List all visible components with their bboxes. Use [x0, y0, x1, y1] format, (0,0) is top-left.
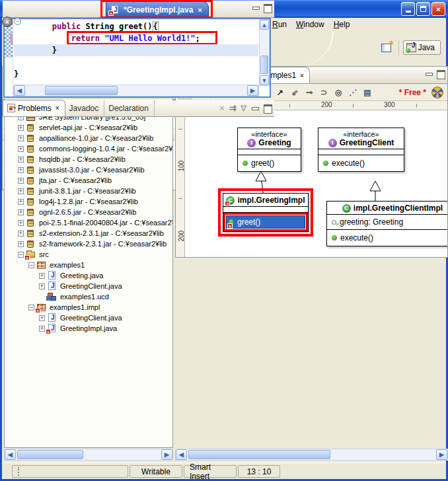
maximize-view-icon[interactable]: [264, 104, 272, 112]
open-perspective-button[interactable]: [379, 40, 394, 56]
scroll-up-icon[interactable]: ▲: [260, 20, 269, 30]
tree-item-greetingimpl-java[interactable]: +×GreetingImpl.java: [5, 323, 172, 334]
scroll-track[interactable]: [187, 449, 436, 460]
problems-hscrollbar[interactable]: ◀ ▶: [175, 449, 448, 461]
scroll-right-icon[interactable]: ▶: [436, 449, 447, 460]
editor-hscrollbar[interactable]: ◀ ▶: [13, 85, 259, 96]
minus-expander-icon[interactable]: −: [18, 252, 24, 258]
scroll-thumb[interactable]: [188, 450, 330, 459]
plus-expander-icon[interactable]: +: [18, 146, 24, 152]
tab-problems[interactable]: Problems ×: [3, 100, 65, 116]
scroll-track[interactable]: [260, 30, 269, 75]
plus-expander-icon[interactable]: +: [39, 283, 45, 289]
tree-item-greeting-java[interactable]: +Greeting.java: [5, 270, 172, 281]
plus-expander-icon[interactable]: +: [18, 157, 24, 163]
close-button[interactable]: ×: [431, 2, 445, 16]
tree-item-commons-logging-1-0-4-jar-c-se[interactable]: +commons-logging-1.0.4.jar - C:¥seasar2¥…: [5, 143, 172, 154]
tree-item-junit-3-8-1-jar-c-seasar2-lib[interactable]: +junit-3.8.1.jar - C:¥seasar2¥lib: [5, 186, 172, 196]
tab-declaration[interactable]: Declaration: [104, 100, 155, 116]
plus-expander-icon[interactable]: +: [39, 315, 45, 321]
scroll-track[interactable]: [25, 85, 247, 96]
scroll-right-icon[interactable]: ▶: [247, 85, 258, 96]
directed-association-tool-icon[interactable]: ↗: [274, 86, 287, 99]
uml-method-row[interactable]: execute(): [330, 232, 447, 244]
uml-class-greetingclient[interactable]: «interface»IGreetingClientexecute(): [318, 128, 404, 172]
tree-item-s2-framework-2-3-1-jar-c-seasa[interactable]: +s2-framework-2.3.1.jar - C:¥seasar2¥lib: [5, 239, 172, 249]
java-perspective-button[interactable]: Java: [403, 40, 441, 55]
tree-item-examples1-ucd[interactable]: +examples1.ucd: [5, 291, 172, 302]
plus-expander-icon[interactable]: +: [18, 178, 24, 184]
view-menu-icon[interactable]: ▽: [241, 104, 246, 112]
scroll-left-icon[interactable]: ◀: [5, 449, 16, 460]
tree-item-greetingclient-java[interactable]: +GreetingClient.java: [5, 313, 172, 323]
plus-expander-icon[interactable]: +: [39, 326, 45, 332]
plus-expander-icon[interactable]: +: [18, 209, 24, 215]
java-editor-body[interactable]: × − public String greet(){ return "UML H…: [3, 18, 271, 98]
menu-help[interactable]: Help: [329, 18, 355, 30]
plus-expander-icon[interactable]: +: [18, 241, 24, 247]
minimize-button[interactable]: [401, 2, 415, 16]
scroll-right-icon[interactable]: ▶: [161, 449, 172, 460]
uml-method-row[interactable]: greet(): [241, 157, 298, 169]
collapse-fold-icon[interactable]: −: [14, 18, 21, 25]
tree-item-src[interactable]: −×src: [5, 249, 172, 260]
assembly-tool-icon[interactable]: ◎: [332, 86, 345, 99]
uml-field-row[interactable]: greeting: Greeting: [330, 216, 447, 228]
plus-expander-icon[interactable]: +: [18, 199, 24, 205]
minimize-view-icon[interactable]: [252, 4, 260, 11]
scroll-down-icon[interactable]: ▼: [260, 75, 269, 85]
uml-canvas[interactable]: «interface»IGreetinggreet()«interface»IG…: [185, 110, 447, 258]
code-line[interactable]: }: [14, 44, 258, 56]
close-icon[interactable]: ×: [56, 104, 59, 112]
minimize-view-icon[interactable]: [425, 70, 433, 77]
plus-expander-icon[interactable]: +: [18, 188, 24, 194]
tree-item-greetingclient-java[interactable]: +GreetingClient.java: [5, 281, 172, 291]
tree-item-ognl-2-6-5-jar-c-seasar2-lib[interactable]: +ognl-2.6.5.jar - C:¥seasar2¥lib: [5, 207, 172, 217]
filter-icon[interactable]: ⇉: [229, 103, 237, 113]
scroll-left-icon[interactable]: ◀: [176, 449, 187, 460]
tree-item-poi-2-5-1-final-20040804-jar-c[interactable]: +poi-2.5.1-final-20040804.jar - C:¥seasa…: [5, 217, 172, 228]
tree-item-javassist-3-0-jar-c-seasar2-li[interactable]: +javassist-3.0.jar - C:¥seasar2¥lib: [5, 165, 172, 175]
tree-item-s2-extension-2-3-1-jar-c-seasa[interactable]: +s2-extension-2.3.1.jar - C:¥seasar2¥lib: [5, 228, 172, 239]
minimize-view-icon[interactable]: [251, 104, 259, 112]
tree-item-aopalliance-1-0-jar-c-seasar2-[interactable]: +aopalliance-1.0.jar - C:¥seasar2¥lib: [5, 133, 172, 143]
code-line[interactable]: return "UML Hello World1!";: [14, 32, 258, 44]
scroll-thumb[interactable]: [260, 56, 268, 74]
scroll-left-icon[interactable]: ◀: [14, 85, 25, 96]
plus-expander-icon[interactable]: +: [39, 273, 45, 279]
code-area[interactable]: public String greet(){ return "UML Hello…: [14, 20, 258, 85]
scroll-thumb[interactable]: [17, 450, 83, 459]
close-icon[interactable]: ×: [300, 72, 304, 79]
maximize-button[interactable]: [416, 2, 430, 16]
menu-window[interactable]: Window: [291, 18, 329, 30]
scroll-thumb[interactable]: [45, 86, 118, 95]
tree-item-examples1-impl[interactable]: −×examples1.impl: [5, 302, 172, 313]
minus-expander-icon[interactable]: −: [28, 305, 34, 311]
uml-class-greeting[interactable]: «interface»IGreetinggreet(): [237, 128, 301, 172]
uml-class-impl-greetingimpl[interactable]: C×impl.GreetingImpl×greet(): [223, 193, 309, 232]
package-explorer-hscrollbar[interactable]: ◀ ▶: [4, 449, 173, 461]
plus-expander-icon[interactable]: +: [18, 167, 24, 173]
dependency-tool-icon[interactable]: ⇙: [288, 86, 301, 99]
code-line[interactable]: }: [14, 68, 258, 80]
close-icon[interactable]: ×: [198, 6, 202, 14]
tree-item-examples1[interactable]: −examples1: [5, 260, 172, 270]
note-tool-icon[interactable]: ▤: [361, 86, 374, 99]
plus-expander-icon[interactable]: +: [18, 125, 24, 131]
plus-expander-icon[interactable]: +: [18, 220, 24, 226]
plus-expander-icon[interactable]: +: [18, 135, 24, 141]
provided-interface-tool-icon[interactable]: ⊸: [303, 86, 316, 99]
tree-item-log4j-1-2-8-jar-c-seasar2-lib[interactable]: +log4j-1.2.8.jar - C:¥seasar2¥lib: [5, 196, 172, 207]
scroll-track[interactable]: [16, 449, 161, 460]
socket-tool-icon[interactable]: ⊃: [317, 86, 330, 99]
code-line[interactable]: public String greet(){: [14, 20, 258, 32]
uml-method-row[interactable]: ×greet(): [226, 215, 305, 229]
maximize-view-icon[interactable]: [437, 70, 445, 77]
dashed-line-tool-icon[interactable]: ⋰: [346, 86, 359, 99]
tree-item-hsqldb-jar-c-seasar2-lib[interactable]: +hsqldb.jar - C:¥seasar2¥lib: [5, 154, 172, 165]
plus-expander-icon[interactable]: +: [18, 231, 24, 237]
uml-method-row[interactable]: execute(): [321, 157, 401, 169]
uml-class-impl-greetingclientimpl[interactable]: Cimpl.GreetingClientImplgreeting: Greeti…: [326, 201, 447, 246]
menu-run[interactable]: Run: [268, 18, 291, 30]
editor-vscrollbar[interactable]: ▲ ▼: [259, 19, 270, 86]
